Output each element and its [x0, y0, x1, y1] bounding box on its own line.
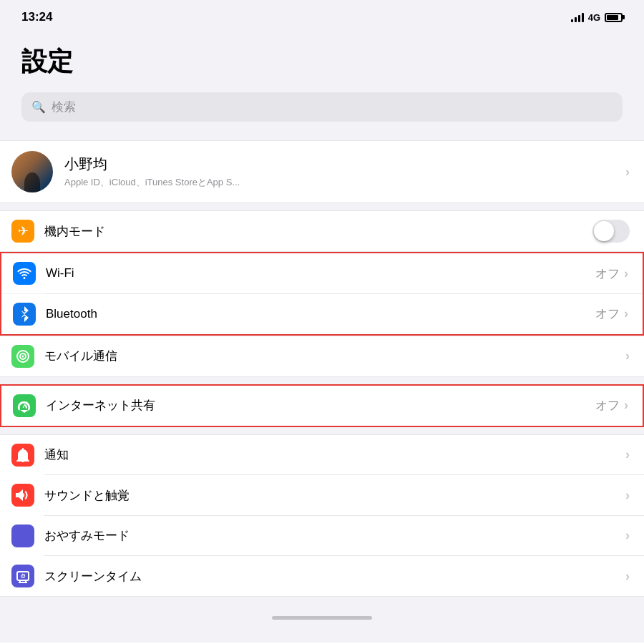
bluetooth-icon	[13, 303, 36, 326]
page-title-section: 設定	[0, 30, 644, 87]
home-indicator-area	[0, 604, 644, 628]
hotspot-value: オフ	[595, 397, 620, 414]
airplane-label: 機内モード	[44, 223, 592, 240]
status-icons: 4G	[571, 12, 623, 23]
notifications-icon	[11, 444, 34, 467]
cellular-section: モバイル通信 ›	[0, 336, 644, 377]
cellular-chevron: ›	[625, 348, 630, 364]
network-type: 4G	[588, 12, 600, 23]
notifications-row[interactable]: 通知 ›	[0, 435, 644, 475]
dnd-chevron: ›	[625, 528, 630, 543]
search-placeholder: 検索	[52, 99, 76, 115]
main-content: 設定 🔍 検索 小野均 Apple ID、iCloud、iTunes Store…	[0, 30, 644, 643]
wifi-bluetooth-section: Wi-Fi オフ › Bluetooth オフ ›	[0, 252, 644, 336]
hotspot-icon	[13, 394, 36, 417]
battery-fill	[607, 15, 618, 20]
section-gap-1	[0, 203, 644, 210]
svg-text:⏱: ⏱	[20, 573, 26, 580]
section-gap-3	[0, 597, 644, 604]
dnd-label: おやすみモード	[44, 527, 625, 544]
wifi-label: Wi-Fi	[46, 266, 595, 280]
sound-chevron: ›	[625, 488, 630, 503]
dnd-row[interactable]: おやすみモード ›	[0, 516, 644, 556]
search-bar[interactable]: 🔍 検索	[21, 92, 623, 122]
bluetooth-value: オフ	[595, 306, 620, 322]
profile-subtitle: Apple ID、iCloud、iTunes StoreとApp S...	[64, 176, 625, 189]
airplane-toggle[interactable]	[592, 220, 630, 243]
profile-name: 小野均	[64, 155, 625, 174]
airplane-section: ✈ 機内モード	[0, 210, 644, 252]
airplane-icon: ✈	[11, 220, 34, 243]
bluetooth-label: Bluetooth	[46, 307, 595, 321]
wifi-value: オフ	[595, 265, 620, 282]
screentime-label: スクリーンタイム	[44, 568, 625, 585]
section-gap-2	[0, 427, 644, 434]
profile-info: 小野均 Apple ID、iCloud、iTunes StoreとApp S..…	[64, 155, 625, 189]
sound-row[interactable]: サウンドと触覚 ›	[0, 475, 644, 515]
notifications-chevron: ›	[625, 447, 630, 462]
screentime-chevron: ›	[625, 569, 630, 584]
cellular-label: モバイル通信	[44, 348, 625, 364]
hotspot-chevron: ›	[624, 398, 628, 413]
status-bar: 13:24 4G	[0, 0, 644, 30]
notifications-label: 通知	[44, 447, 625, 463]
bluetooth-chevron: ›	[624, 306, 628, 321]
cellular-row[interactable]: モバイル通信 ›	[0, 336, 644, 376]
wifi-icon	[13, 262, 36, 285]
bluetooth-row[interactable]: Bluetooth オフ ›	[1, 294, 643, 334]
airplane-row[interactable]: ✈ 機内モード	[0, 211, 644, 251]
screentime-row[interactable]: ⏱ スクリーンタイム ›	[0, 556, 644, 596]
wifi-row[interactable]: Wi-Fi オフ ›	[1, 253, 643, 293]
profile-chevron: ›	[625, 165, 630, 180]
search-icon: 🔍	[31, 100, 46, 114]
hotspot-section: インターネット共有 オフ ›	[0, 384, 644, 427]
hotspot-row[interactable]: インターネット共有 オフ ›	[1, 386, 643, 426]
svg-point-2	[22, 355, 24, 357]
profile-section: 小野均 Apple ID、iCloud、iTunes StoreとApp S..…	[0, 140, 644, 203]
wifi-chevron: ›	[624, 266, 628, 281]
hotspot-label: インターネット共有	[46, 397, 595, 414]
screentime-icon: ⏱	[11, 565, 34, 587]
toggle-knob	[594, 221, 614, 241]
status-time: 13:24	[21, 10, 52, 24]
dnd-icon	[11, 525, 34, 547]
battery-icon	[605, 13, 623, 22]
home-indicator	[272, 616, 372, 620]
avatar	[11, 151, 53, 192]
page-title: 設定	[21, 44, 623, 79]
sound-icon	[11, 484, 34, 507]
cellular-icon	[11, 345, 34, 368]
section-gap-top	[0, 133, 644, 140]
signal-bars	[571, 12, 584, 22]
profile-row[interactable]: 小野均 Apple ID、iCloud、iTunes StoreとApp S..…	[0, 141, 644, 203]
sound-label: サウンドと触覚	[44, 487, 625, 504]
notifications-section: 通知 › サウンドと触覚 › おやすみモード ›	[0, 434, 644, 597]
